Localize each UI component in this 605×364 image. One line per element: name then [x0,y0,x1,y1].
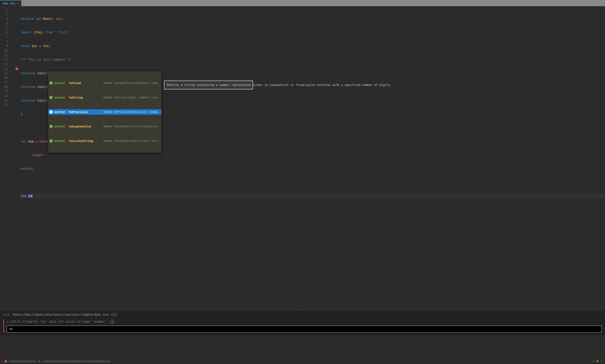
problem-message: Property 'to' does not exist on type 'nu… [23,320,109,324]
line-number: 22 [0,103,9,107]
line-number: 3 [0,16,9,21]
file-tab[interactable]: bas.tsx ✕ [0,0,21,6]
tab-bar: bas.tsx ✕ [0,0,605,6]
close-icon[interactable]: ✕ [17,1,19,5]
filter-input[interactable]: to [7,325,602,333]
line-number: 12 [0,57,9,62]
line-number: 1 [0,7,9,12]
line-number: 7 [0,35,9,39]
problems-file-path: /Users/bas/repos/alm/tests/success/simpl… [11,312,109,316]
line-number: 21 [0,98,9,103]
method-icon: ➜ [49,96,53,99]
line-number: 18 [0,85,9,89]
panel-splitter[interactable]: ••• [0,309,605,310]
spark-icon[interactable]: ✸ [596,360,599,363]
line-number: 16 [0,76,9,80]
autocomplete-item[interactable]: ➜ method toString Number.toString(radix?… [48,95,161,100]
autocomplete-item[interactable]: ➜ method toExponential Number.toExponent… [48,124,161,129]
line-number: 5 [0,26,9,30]
method-icon: ➜ [49,81,53,85]
flame-icon[interactable]: ❧ [601,360,603,363]
line-number: 4 [0,21,9,26]
line-number: 15 [0,71,9,76]
autocomplete-popup[interactable]: ➜ method toFixed Number.toFixed(fraction… [48,71,162,153]
line-number-gutter: 1 2 3 4 5 6 7 8 9 10 11 12 13 14 15 16 1… [0,6,10,309]
fold-toggle-icon[interactable]: ▾ [10,48,14,53]
tab-label: bas.tsx [3,2,15,5]
error-marker-icon[interactable] [15,67,18,70]
autocomplete-item[interactable]: ➜ method toLocaleString Number.toLocaleS… [48,138,161,143]
text-cursor [32,194,32,198]
fold-gutter: ▾ ▾ ▾ [10,6,14,309]
status-error-count[interactable]: 1 [2,360,7,363]
error-gutter [14,6,19,309]
status-config[interactable]: simple/tsconfig.json [9,360,36,363]
method-icon: ➜ [49,139,53,143]
quick-fix-icon[interactable]: ✎ [7,320,8,323]
code-editor[interactable]: 1 2 3 4 5 6 7 8 9 10 11 12 13 14 15 16 1… [0,6,605,309]
line-number: 10 [0,48,9,53]
autocomplete-item[interactable]: ➜ method toFixed Number.toFixed(fraction… [48,80,161,86]
bolt-icon[interactable]: ⚡ [592,360,594,363]
line-number: 14 [0,66,9,71]
problems-panel: ⟨/⟩ /Users/bas/repos/alm/tests/success/s… [0,310,605,336]
status-bar: 1 simple/tsconfig.json 👁 /Users/bas/repo… [0,358,605,364]
method-icon: ➜ [49,110,53,114]
line-number: 9 [0,44,9,48]
line-number: 13 [0,62,9,66]
fold-toggle-icon[interactable]: ▾ [10,12,14,16]
line-number: 11 [0,53,9,57]
problems-count: (1) [111,312,117,316]
eye-icon[interactable]: 👁 [38,360,41,363]
problems-header: ⟨/⟩ /Users/bas/repos/alm/tests/success/s… [3,312,602,316]
app-root: bas.tsx ✕ 1 2 3 4 5 6 7 8 9 10 11 12 13 … [0,0,605,364]
code-file-icon: ⟨/⟩ [3,312,9,316]
problems-list: ✎ (14:5) Property 'to' does not exist on… [3,320,602,333]
line-number: 6 [0,30,9,35]
line-number: 17 [0,80,9,85]
autocomplete-item-selected[interactable]: ➜ method toPrecision Number.toPrecision(… [48,109,161,115]
fold-toggle-icon[interactable]: ▾ [10,35,14,39]
line-number: 8 [0,39,9,44]
problem-location: (14:5) [10,320,21,324]
problem-row[interactable]: ✎ (14:5) Property 'to' does not exist on… [7,320,602,324]
documentation-tooltip: Returns a string containing a number rep… [164,80,253,90]
line-number: 19 [0,89,9,94]
copy-icon[interactable]: ⧉ [110,320,114,324]
line-number: 20 [0,94,9,98]
status-file-path[interactable]: /Users/bas/repos/alm/tests/success/simpl… [43,360,111,363]
code-area[interactable]: declare var React: any; import {foo} fro… [19,6,605,309]
empty-area [0,336,605,358]
method-icon: ➜ [49,125,53,128]
error-icon [5,360,7,363]
line-number: 2 [0,12,9,16]
